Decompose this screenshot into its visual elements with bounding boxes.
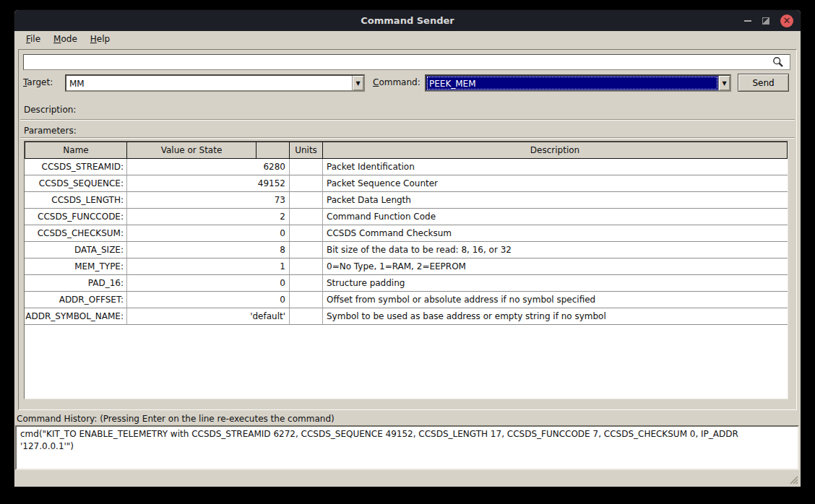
titlebar[interactable]: Command Sender ✕ xyxy=(14,10,801,31)
command-label-rest: ommand: xyxy=(379,77,420,87)
param-name: CCSDS_FUNCCODE: xyxy=(25,209,127,225)
header-units[interactable]: Units xyxy=(290,142,323,159)
param-description: CCSDS Command Checksum xyxy=(323,225,788,242)
command-history-label: Command History: (Pressing Enter on the … xyxy=(17,414,335,424)
param-value[interactable]: 0 xyxy=(127,275,290,292)
param-value[interactable]: 49152 xyxy=(127,175,290,192)
search-input[interactable] xyxy=(23,54,790,70)
param-units xyxy=(290,258,323,275)
command-label: Command: xyxy=(373,77,421,87)
menu-file[interactable]: File xyxy=(20,32,47,45)
header-description[interactable]: Description xyxy=(323,142,788,159)
menu-help[interactable]: Help xyxy=(84,32,116,45)
param-name: CCSDS_STREAMID: xyxy=(25,159,127,175)
table-row: CCSDS_LENGTH: 73 Packet Data Length xyxy=(25,192,788,209)
command-history-box[interactable]: cmd("KIT_TO ENABLE_TELEMETRY with CCSDS_… xyxy=(15,425,799,470)
table-row: CCSDS_FUNCCODE: 2 Command Function Code xyxy=(25,209,788,225)
param-description: Command Function Code xyxy=(323,209,788,225)
main-frame: Target: MM ▼ Command: PEEK_MEM ▼ Send De… xyxy=(18,49,797,410)
param-description: Structure padding xyxy=(323,275,788,292)
menu-help-label: elp xyxy=(97,34,110,44)
menu-mode-accel: M xyxy=(53,34,61,44)
table-row: PAD_16: 0 Structure padding xyxy=(25,275,788,292)
parameters-label: Parameters: xyxy=(24,126,77,136)
param-table-body: CCSDS_STREAMID: 6280 Packet Identificati… xyxy=(25,159,788,325)
target-combobox[interactable]: MM ▼ xyxy=(65,74,365,92)
param-units xyxy=(290,209,323,225)
menu-mode-label: ode xyxy=(61,34,77,44)
window-controls: ✕ xyxy=(744,10,793,31)
param-name: DATA_SIZE: xyxy=(25,242,127,258)
window-title: Command Sender xyxy=(361,15,454,26)
param-value[interactable]: 8 xyxy=(127,242,290,258)
param-units xyxy=(290,292,323,308)
header-blank[interactable] xyxy=(256,142,290,159)
menubar: File Mode Help xyxy=(14,31,801,47)
target-dropdown-arrow-icon[interactable]: ▼ xyxy=(352,76,363,90)
description-label: Description: xyxy=(24,105,76,115)
separator xyxy=(20,119,795,121)
param-description: Offset from symbol or absolute address i… xyxy=(323,292,788,308)
param-description: Bit size of the data to be read: 8, 16, … xyxy=(323,242,788,258)
param-name: ADDR_SYMBOL_NAME: xyxy=(25,308,127,325)
target-value: MM xyxy=(66,76,352,90)
toolbar-row: Target: MM ▼ Command: PEEK_MEM ▼ Send xyxy=(19,74,796,92)
table-row: CCSDS_SEQUENCE: 49152 Packet Sequence Co… xyxy=(25,175,788,192)
restore-icon[interactable] xyxy=(762,17,769,25)
header-name[interactable]: Name xyxy=(25,142,127,159)
parameters-table: Name Value or State Units Description CC… xyxy=(24,141,788,399)
param-value[interactable]: 1 xyxy=(127,258,290,275)
param-description: Packet Identification xyxy=(323,159,788,175)
command-value: PEEK_MEM xyxy=(426,76,718,90)
param-description: Packet Sequence Counter xyxy=(323,175,788,192)
param-units xyxy=(290,225,323,242)
param-name: CCSDS_SEQUENCE: xyxy=(25,175,127,192)
param-units xyxy=(290,242,323,258)
table-header-row: Name Value or State Units Description xyxy=(25,142,788,159)
command-dropdown-arrow-icon[interactable]: ▼ xyxy=(718,76,730,90)
menu-mode[interactable]: Mode xyxy=(47,32,84,45)
separator xyxy=(20,137,795,139)
table-row: CCSDS_CHECKSUM: 0 CCSDS Command Checksum xyxy=(25,225,788,242)
param-name: ADDR_OFFSET: xyxy=(25,292,127,308)
param-name: CCSDS_CHECKSUM: xyxy=(25,225,127,242)
param-value[interactable]: 'default' xyxy=(127,308,290,325)
target-label-rest: arget: xyxy=(27,77,53,87)
param-name: PAD_16: xyxy=(25,275,127,292)
table-row: ADDR_OFFSET: 0 Offset from symbol or abs… xyxy=(25,292,788,308)
table-row: ADDR_SYMBOL_NAME: 'default' Symbol to be… xyxy=(25,308,788,325)
table-row: CCSDS_STREAMID: 6280 Packet Identificati… xyxy=(25,159,788,175)
param-units xyxy=(290,192,323,209)
param-value[interactable]: 73 xyxy=(127,192,290,209)
param-name: MEM_TYPE: xyxy=(25,258,127,275)
param-units xyxy=(290,308,323,325)
param-value[interactable]: 6280 xyxy=(127,159,290,175)
minimize-icon[interactable] xyxy=(744,20,751,22)
close-icon[interactable]: ✕ xyxy=(780,14,793,27)
param-description: 0=No Type, 1=RAM, 2=EEPROM xyxy=(323,258,788,275)
resize-grip-icon[interactable] xyxy=(788,474,798,485)
param-units xyxy=(290,159,323,175)
param-description: Symbol to be used as base address or emp… xyxy=(323,308,788,325)
menu-file-label: ile xyxy=(30,34,40,44)
param-value[interactable]: 0 xyxy=(127,225,290,242)
target-label: Target: xyxy=(23,77,53,87)
command-combobox[interactable]: PEEK_MEM ▼ xyxy=(425,74,731,92)
param-value[interactable]: 0 xyxy=(127,292,290,308)
param-name: CCSDS_LENGTH: xyxy=(25,192,127,209)
desktop-background: { "window": { "title": "Command Sender" … xyxy=(0,0,815,504)
header-value-or-state[interactable]: Value or State xyxy=(127,142,256,159)
command-sender-window: Command Sender ✕ File Mode Help Target: … xyxy=(14,10,801,487)
param-value[interactable]: 2 xyxy=(127,209,290,225)
send-button[interactable]: Send xyxy=(738,74,789,92)
table-row: MEM_TYPE: 1 0=No Type, 1=RAM, 2=EEPROM xyxy=(25,258,788,275)
param-units xyxy=(290,275,323,292)
param-description: Packet Data Length xyxy=(323,192,788,209)
history-entry[interactable]: cmd("KIT_TO ENABLE_TELEMETRY with CCSDS_… xyxy=(20,428,794,453)
menu-help-accel: H xyxy=(90,34,97,44)
param-units xyxy=(290,175,323,192)
table-row: DATA_SIZE: 8 Bit size of the data to be … xyxy=(25,242,788,258)
